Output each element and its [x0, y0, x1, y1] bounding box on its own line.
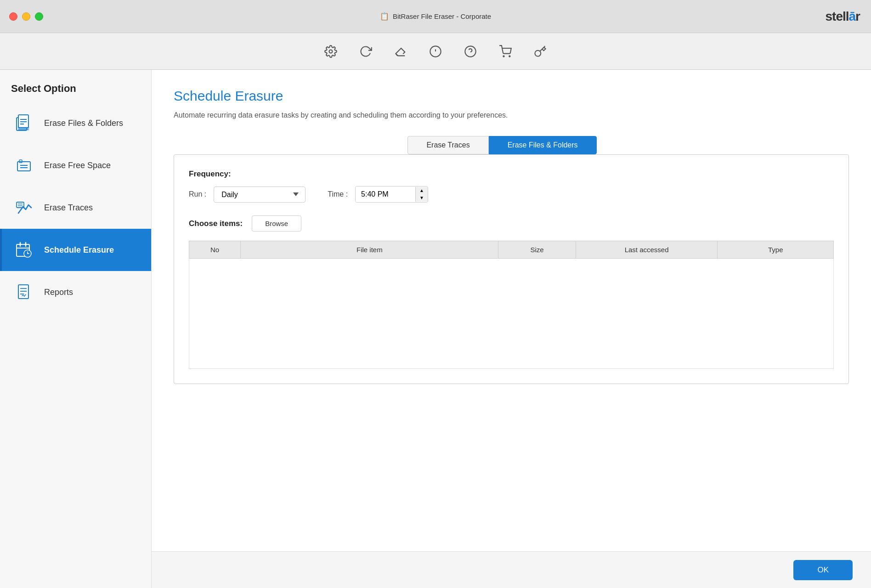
svg-point-4: [465, 46, 475, 57]
svg-point-7: [509, 56, 510, 57]
cart-button[interactable]: [497, 43, 514, 60]
sidebar-item-erase-files[interactable]: Erase Files & Folders: [0, 102, 151, 144]
svg-rect-30: [18, 285, 28, 299]
title-bar-text: 📋 BitRaser File Eraser - Corporate: [380, 12, 491, 21]
info-button[interactable]: [427, 43, 444, 60]
ok-button[interactable]: OK: [793, 560, 853, 580]
erase-free-space-icon: [13, 154, 35, 176]
main-layout: Select Option Erase Files & Folders: [0, 70, 871, 588]
close-button[interactable]: [9, 12, 17, 21]
table-body: [189, 259, 834, 369]
app-title: BitRaser File Eraser - Corporate: [393, 12, 491, 20]
col-last-accessed: Last accessed: [576, 241, 718, 259]
sidebar-item-reports[interactable]: Reports: [0, 271, 151, 313]
svg-rect-13: [17, 127, 29, 130]
eraser-button[interactable]: [392, 43, 409, 60]
sidebar: Select Option Erase Files & Folders: [0, 70, 152, 588]
run-label: Run :: [189, 190, 206, 198]
time-input-wrap: ▲ ▼: [355, 186, 428, 203]
svg-point-6: [503, 56, 504, 57]
table-header-row: No File item Size Last accessed Type: [189, 241, 834, 259]
frequency-row: Run : Daily Weekly Monthly Time :: [189, 186, 834, 203]
settings-button[interactable]: [322, 43, 339, 60]
content-inner: Schedule Erasure Automate recurring data…: [152, 70, 871, 551]
file-table: No File item Size Last accessed Type: [189, 241, 834, 369]
browse-button[interactable]: Browse: [252, 215, 301, 232]
time-group: Time : ▲ ▼: [328, 186, 428, 203]
tab-erase-traces[interactable]: Erase Traces: [407, 136, 488, 154]
erase-traces-icon: [13, 197, 35, 219]
frequency-section: Frequency: Run : Daily Weekly Monthly Ti…: [189, 170, 834, 203]
title-icon: 📋: [380, 12, 389, 21]
table-head: No File item Size Last accessed Type: [189, 241, 834, 259]
content-area: Schedule Erasure Automate recurring data…: [152, 70, 871, 588]
page-title: Schedule Erasure: [174, 88, 849, 104]
traffic-lights: [9, 12, 43, 21]
sidebar-item-erase-traces[interactable]: Erase Traces: [0, 187, 151, 229]
page-subtitle: Automate recurring data erasure tasks by…: [174, 111, 849, 119]
help-button[interactable]: [462, 43, 479, 60]
reports-label: Reports: [44, 288, 73, 297]
table-empty-cell: [189, 259, 834, 369]
erase-traces-label: Erase Traces: [44, 203, 93, 213]
minimize-button[interactable]: [22, 12, 30, 21]
col-type: Type: [718, 241, 834, 259]
tabs-container: Erase Traces Erase Files & Folders: [155, 136, 849, 154]
time-up-button[interactable]: ▲: [416, 187, 428, 194]
sidebar-header: Select Option: [0, 70, 151, 102]
schedule-panel: Frequency: Run : Daily Weekly Monthly Ti…: [174, 154, 849, 384]
run-select[interactable]: Daily Weekly Monthly: [214, 187, 305, 203]
schedule-erasure-icon: [13, 239, 35, 261]
col-file-item: File item: [241, 241, 498, 259]
tab-erase-files-folders[interactable]: Erase Files & Folders: [489, 136, 597, 154]
reports-icon: [13, 281, 35, 303]
sidebar-item-schedule-erasure[interactable]: Schedule Erasure: [0, 229, 151, 271]
choose-items-label: Choose items:: [189, 219, 243, 228]
key-button[interactable]: [532, 43, 549, 60]
svg-rect-16: [17, 162, 30, 171]
erase-files-label: Erase Files & Folders: [44, 119, 123, 128]
col-no: No: [189, 241, 241, 259]
refresh-button[interactable]: [357, 43, 374, 60]
col-size: Size: [498, 241, 576, 259]
run-group: Run : Daily Weekly Monthly: [189, 187, 305, 203]
schedule-erasure-label: Schedule Erasure: [44, 245, 114, 255]
stellar-logo-accent: ā: [849, 9, 856, 23]
time-input[interactable]: [356, 187, 415, 202]
time-spinners: ▲ ▼: [415, 187, 428, 202]
maximize-button[interactable]: [35, 12, 43, 21]
svg-point-0: [329, 50, 333, 53]
choose-items-row: Choose items: Browse: [189, 215, 834, 232]
toolbar: [0, 33, 871, 70]
sidebar-item-erase-free-space[interactable]: Erase Free Space: [0, 144, 151, 187]
time-down-button[interactable]: ▼: [416, 194, 428, 202]
time-label: Time :: [328, 190, 348, 198]
table-empty-row: [189, 259, 834, 369]
bottom-bar: OK: [152, 551, 871, 588]
erase-files-icon: [13, 112, 35, 134]
title-bar: 📋 BitRaser File Eraser - Corporate stell…: [0, 0, 871, 33]
frequency-label: Frequency:: [189, 170, 834, 179]
erase-free-space-label: Erase Free Space: [44, 161, 111, 170]
stellar-logo: stellār: [825, 9, 860, 24]
